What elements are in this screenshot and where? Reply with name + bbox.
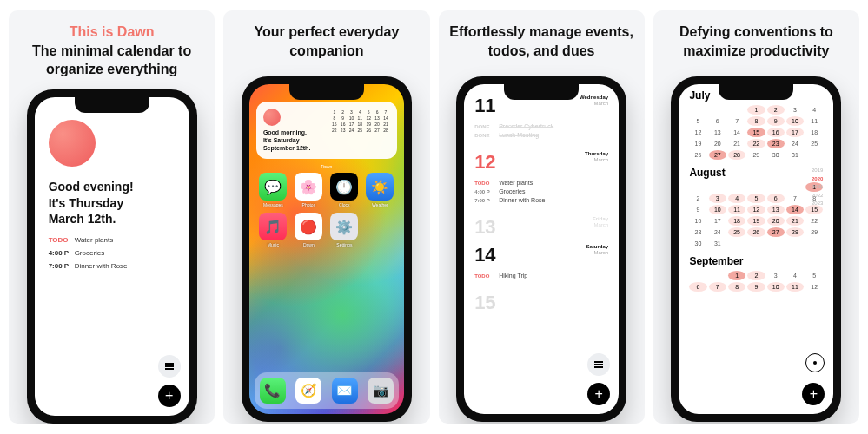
agenda-item[interactable]: 7:00 PDinner with Rose [49,262,176,270]
cal-day[interactable]: 7 [786,194,804,203]
cal-day[interactable]: 6 [709,116,726,126]
agenda-item[interactable]: 4:00 PGroceries [49,249,176,257]
add-button[interactable]: + [802,383,825,405]
cal-day[interactable]: 2 [767,105,785,115]
cal-day[interactable]: 24 [709,227,726,237]
cal-day[interactable]: 23 [689,227,706,237]
cal-day[interactable]: 1 [747,105,765,115]
cal-day[interactable]: 6 [767,194,785,203]
cal-day[interactable]: 28 [786,227,804,237]
cal-day[interactable]: 2 [747,271,765,280]
year-option[interactable]: 2021 [812,183,823,192]
year-option[interactable]: 2022 [812,192,823,201]
day-item[interactable]: DONELunch Meeting [474,132,608,138]
menu-button[interactable] [587,353,610,376]
cal-day[interactable]: 2 [689,194,706,203]
cal-day[interactable]: 17 [709,216,726,226]
cal-day[interactable]: 31 [786,150,804,160]
day-item[interactable]: DONEPreorder Cybertruck [474,123,608,129]
year-option[interactable]: 2019 [812,167,823,175]
cal-day[interactable]: 18 [805,128,823,137]
cal-day[interactable]: 7 [728,116,745,126]
cal-day[interactable]: 4 [786,271,804,280]
cal-day[interactable]: 24 [786,139,804,148]
day-item[interactable]: TODOHiking Trip [474,273,608,279]
cal-day[interactable]: 23 [767,139,785,148]
app-weather[interactable]: ☀️Weather [365,173,395,207]
cal-day[interactable]: 10 [709,205,726,214]
day-header[interactable]: 12ThursdayMarch [474,151,608,174]
cal-day[interactable]: 20 [767,216,785,226]
month-block[interactable]: July123456789101112131415161718192021222… [689,89,823,160]
cal-day[interactable]: 26 [747,227,765,237]
cal-day[interactable]: 5 [747,194,765,203]
month-block[interactable]: August2019202020212022202312345678910111… [689,167,823,248]
cal-day[interactable]: 3 [786,105,804,115]
day-header[interactable]: 14SaturdayMarch [474,244,608,266]
cal-day[interactable]: 7 [709,282,726,292]
cal-day[interactable]: 12 [689,128,706,137]
cal-day[interactable]: 20 [709,139,726,148]
cal-day[interactable]: 6 [689,282,706,292]
cal-day[interactable]: 18 [728,216,745,226]
agenda-day-list[interactable]: 11WednesdayMarchDONEPreorder CybertruckD… [464,84,619,314]
cal-day[interactable]: 16 [689,216,706,226]
app-messages[interactable]: 💬Messages [258,173,288,207]
cal-day[interactable]: 4 [728,194,745,203]
cal-day[interactable]: 11 [786,282,804,292]
year-option[interactable]: 2023 [812,200,823,208]
cal-day[interactable]: 8 [728,282,745,292]
today-target-button[interactable] [805,353,825,372]
dawn-widget[interactable]: Good morning. It's Saturday September 12… [256,102,397,159]
cal-day[interactable]: 1 [728,271,745,280]
cal-day[interactable]: 19 [689,139,706,148]
app-clock[interactable]: 🕘Clock [329,173,360,207]
day-item[interactable]: 4:00 PGroceries [474,188,608,194]
cal-day[interactable]: 11 [805,116,823,126]
year-picker[interactable]: 20192020202120222023 [812,167,823,208]
cal-day[interactable]: 29 [747,150,765,160]
cal-day[interactable]: 9 [747,282,765,292]
cal-day[interactable]: 28 [728,150,745,160]
cal-day[interactable]: 22 [747,139,765,148]
cal-day[interactable]: 4 [805,105,823,115]
cal-day[interactable]: 30 [689,239,706,248]
year-option[interactable]: 2020 [812,175,823,184]
cal-day[interactable]: 5 [689,116,706,126]
cal-day[interactable]: 16 [767,128,785,137]
cal-day[interactable]: 8 [747,116,765,126]
cal-day[interactable]: 25 [805,139,823,148]
dock-safari-icon[interactable]: 🧭 [295,378,321,404]
cal-day[interactable]: 21 [728,139,745,148]
dock-phone-icon[interactable]: 📞 [260,378,286,404]
cal-day[interactable]: 12 [805,282,823,292]
dock-camera-icon[interactable]: 📷 [368,378,394,404]
app-photos[interactable]: 🌸Photos [294,173,324,207]
day-header[interactable]: 15 [474,292,608,314]
app-music[interactable]: 🎵Music [258,213,288,247]
cal-day[interactable]: 10 [767,282,785,292]
dock-mail-icon[interactable]: ✉️ [332,378,358,404]
cal-day[interactable]: 11 [728,205,745,214]
cal-day[interactable]: 29 [805,227,823,237]
cal-day[interactable]: 9 [689,205,706,214]
cal-day[interactable]: 30 [767,150,785,160]
cal-day[interactable]: 22 [805,216,823,226]
cal-day[interactable]: 5 [805,271,823,280]
menu-button[interactable] [158,355,181,378]
agenda-item[interactable]: TODOWater plants [49,236,176,244]
day-item[interactable]: 7:00 PDinner with Rose [474,197,608,203]
cal-day[interactable]: 27 [767,227,785,237]
cal-day[interactable]: 9 [767,116,785,126]
cal-day[interactable]: 12 [747,205,765,214]
cal-day[interactable]: 3 [767,271,785,280]
cal-day[interactable]: 31 [709,239,726,248]
cal-day[interactable]: 15 [747,128,765,137]
cal-day[interactable]: 13 [709,128,726,137]
cal-day[interactable]: 10 [786,116,804,126]
add-button[interactable]: + [158,385,181,407]
cal-day[interactable]: 14 [728,128,745,137]
year-view[interactable]: July123456789101112131415161718192021222… [679,84,833,292]
cal-day[interactable]: 26 [689,150,706,160]
day-item[interactable]: TODOWater plants [474,180,608,186]
